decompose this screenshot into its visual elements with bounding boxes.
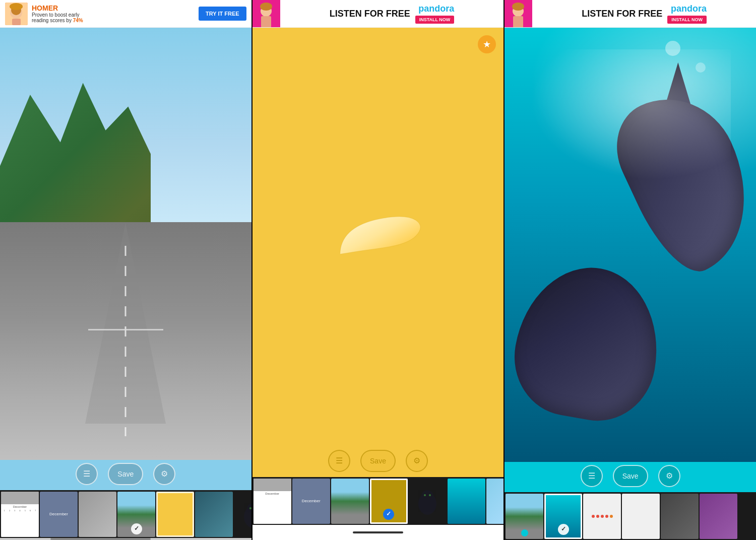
thumb-dark-3[interactable]: [661, 494, 699, 539]
svg-rect-2: [12, 19, 21, 25]
svg-rect-19: [513, 16, 523, 28]
homer-try-free-button[interactable]: TRY IT FREE: [199, 7, 246, 21]
save-label-2: Save: [370, 457, 386, 465]
thumb-white-3[interactable]: [622, 494, 660, 539]
panel-whale: LISTEN FOR FREE pandora INSTALL NOW: [505, 0, 756, 540]
thumb-check-3: ✓: [558, 524, 569, 535]
thumbnail-strip-2: December December ✓: [253, 477, 504, 525]
thumb-indicator-1: [172, 526, 179, 533]
thumb-yellow-1[interactable]: [156, 492, 194, 537]
save-button-3[interactable]: Save: [613, 465, 648, 487]
bottom-bar-2: [253, 525, 504, 540]
thumb-calendar-1[interactable]: December 1 2 3 4 5 6 7: [1, 492, 39, 537]
thumb-light-blue-2[interactable]: [486, 479, 504, 524]
thumb-indicator-3: [521, 529, 528, 536]
list-icon-2: ☰: [336, 456, 343, 465]
svg-point-16: [429, 494, 431, 496]
ad-banner-pandora-3[interactable]: LISTEN FOR FREE pandora INSTALL NOW: [505, 0, 756, 28]
thumb-december-text-1: December: [49, 512, 68, 516]
homer-ad-image: [5, 3, 28, 25]
thumb-dark-teal-1[interactable]: [195, 492, 233, 537]
settings-button-2[interactable]: ⚙: [406, 450, 428, 472]
panel-road: HOMER Proven to boost earlyreading score…: [0, 0, 251, 540]
svg-point-12: [260, 3, 272, 11]
thumb-check-2: ✓: [383, 509, 394, 520]
save-button-1[interactable]: Save: [108, 463, 143, 485]
svg-rect-11: [261, 16, 271, 28]
homer-brand: HOMER: [32, 4, 195, 12]
panel-banana: LISTEN FOR FREE pandora INSTALL NOW ★: [253, 0, 504, 540]
pandora-ad-content-2: LISTEN FOR FREE pandora INSTALL NOW: [280, 4, 504, 24]
thumb-purple-3[interactable]: [700, 494, 737, 539]
pandora-ad-image-2: [253, 0, 280, 28]
pandora-listen-label-2: LISTEN FOR FREE: [330, 9, 410, 19]
pandora-logo-area-2: pandora INSTALL NOW: [415, 4, 455, 24]
thumb-calendar-2[interactable]: December: [254, 479, 291, 524]
controls-bar-1: ☰ Save ⚙: [0, 460, 251, 490]
thumb-check-1: ✓: [131, 523, 142, 534]
ad-banner-homer[interactable]: HOMER Proven to boost earlyreading score…: [0, 0, 251, 28]
settings-button-1[interactable]: ⚙: [153, 463, 175, 485]
settings-button-3[interactable]: ⚙: [658, 465, 680, 487]
list-button-2[interactable]: ☰: [328, 450, 350, 472]
homer-ad-text: HOMER Proven to boost earlyreading score…: [32, 4, 195, 23]
star-badge: ★: [478, 35, 496, 53]
svg-point-7: [249, 507, 251, 509]
star-icon: ★: [483, 39, 491, 50]
thumbnail-strip-3: ✓: [505, 492, 756, 540]
thumb-december-2[interactable]: December: [292, 479, 330, 524]
save-label-1: Save: [117, 470, 134, 478]
road-image: [0, 28, 251, 460]
thumb-gray-1[interactable]: [79, 492, 116, 537]
thumb-golden-2[interactable]: ✓: [370, 479, 408, 524]
list-icon-1: ☰: [83, 469, 90, 479]
list-icon-3: ☰: [588, 471, 595, 481]
controls-bar-3: ☰ Save ⚙: [505, 462, 756, 492]
settings-icon-1: ⚙: [161, 469, 168, 479]
pandora-logo-area-3: pandora INSTALL NOW: [667, 4, 707, 24]
svg-point-20: [512, 3, 524, 11]
thumb-december-1[interactable]: December: [40, 492, 78, 537]
settings-icon-3: ⚙: [666, 471, 673, 481]
svg-point-4: [10, 3, 23, 10]
thumbnail-strip-1: December 1 2 3 4 5 6 7 December ✓: [0, 490, 251, 538]
home-indicator-2: [353, 531, 403, 533]
settings-icon-2: ⚙: [413, 456, 420, 465]
save-label-3: Save: [622, 472, 639, 480]
pandora-logo-3: pandora: [671, 4, 707, 14]
pandora-logo-2: pandora: [418, 4, 454, 14]
thumb-panther-1[interactable]: [234, 492, 251, 537]
thumb-road-3[interactable]: [506, 494, 543, 539]
ad-banner-pandora-2[interactable]: LISTEN FOR FREE pandora INSTALL NOW: [253, 0, 504, 28]
pandora-listen-label-3: LISTEN FOR FREE: [582, 9, 662, 19]
pandora-ad-content-3: LISTEN FOR FREE pandora INSTALL NOW: [532, 4, 756, 24]
list-button-1[interactable]: ☰: [76, 463, 98, 485]
thumb-whale-2[interactable]: [448, 479, 485, 524]
whale-image: [505, 28, 756, 462]
save-button-2[interactable]: Save: [360, 450, 396, 472]
thumb-panther-2[interactable]: [409, 479, 447, 524]
pandora-ad-image-3: [505, 0, 532, 28]
svg-point-14: [421, 490, 433, 502]
thumb-road-1[interactable]: ✓: [117, 492, 155, 537]
banana-image: ★: [253, 28, 504, 447]
thumb-december-text-2: December: [302, 499, 321, 503]
svg-point-15: [424, 494, 426, 496]
controls-bar-2: ☰ Save ⚙: [253, 447, 504, 477]
list-button-3[interactable]: ☰: [581, 465, 603, 487]
pandora-install-button-2[interactable]: INSTALL NOW: [415, 16, 455, 24]
thumb-whale-selected-3[interactable]: ✓: [544, 494, 582, 539]
thumb-road-2[interactable]: [331, 479, 369, 524]
pandora-install-button-3[interactable]: INSTALL NOW: [667, 16, 707, 24]
thumb-dots-3[interactable]: [583, 494, 621, 539]
